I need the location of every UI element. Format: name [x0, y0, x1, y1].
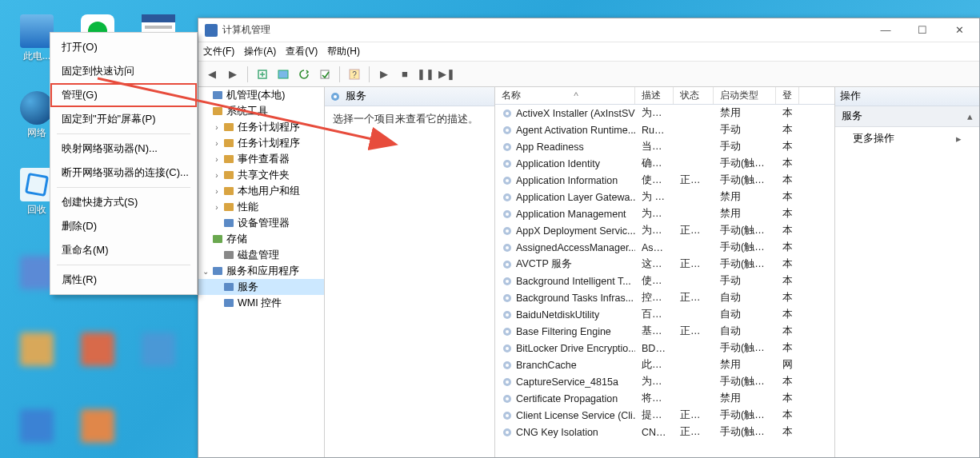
service-desc: 此服 ...: [635, 358, 674, 372]
forward-button[interactable]: ▶: [224, 66, 242, 83]
tree-item[interactable]: ›任务计划程序: [198, 135, 324, 151]
svg-point-54: [506, 380, 509, 384]
up-button[interactable]: [254, 66, 271, 83]
service-row[interactable]: AppX Deployment Servic...为部 ...正在...手动(触…: [495, 222, 834, 239]
service-logon: 网: [776, 358, 792, 372]
service-row[interactable]: App Readiness当用 ...手动本: [495, 138, 834, 155]
service-row[interactable]: AssignedAccessManager...Assi...手动(触发...本: [495, 239, 834, 256]
tree-twisty[interactable]: ›: [211, 155, 222, 164]
app-icon: [205, 24, 218, 37]
col-logon[interactable]: 登: [776, 87, 799, 104]
tree-item[interactable]: ›性能: [198, 199, 324, 215]
menu-pin-start[interactable]: 固定到"开始"屏幕(P): [50, 107, 197, 131]
menu-pin-quick[interactable]: 固定到快速访问: [50, 59, 197, 83]
tree-item[interactable]: 系统工具: [198, 103, 324, 119]
tree-node-icon: [222, 297, 235, 309]
show-hide-button[interactable]: [274, 66, 292, 83]
service-row[interactable]: AVCTP 服务这是 ...正在...手动(触发...本: [495, 256, 834, 273]
services-rows[interactable]: ActiveX Installer (AxInstSV)为从 ...禁用本Age…: [495, 105, 834, 457]
menu-delete[interactable]: 删除(D): [50, 214, 197, 238]
service-desc: 将用 ...: [635, 392, 674, 405]
service-row[interactable]: Background Tasks Infras...控制 ...正在...自动本: [495, 289, 834, 306]
col-start[interactable]: 启动类型: [714, 87, 776, 104]
svg-text:?: ?: [352, 70, 357, 79]
tree-node-icon: [222, 137, 235, 149]
service-row[interactable]: BaiduNetdiskUtility百度 ...自动本: [495, 306, 834, 323]
service-row[interactable]: ActiveX Installer (AxInstSV)为从 ...禁用本: [495, 105, 834, 121]
service-name: App Readiness: [516, 141, 584, 153]
service-row[interactable]: CNG Key IsolationCNG...正在...手动(触发...本: [495, 424, 834, 440]
maximize-button[interactable]: ☐: [904, 18, 941, 42]
minimize-button[interactable]: ―: [867, 18, 904, 42]
service-row[interactable]: Certificate Propagation将用 ...禁用本: [495, 390, 834, 407]
menu-disconnect-drive[interactable]: 断开网络驱动器的连接(C)...: [50, 161, 197, 185]
tree-item[interactable]: WMI 控件: [198, 295, 324, 311]
svg-point-42: [506, 280, 509, 283]
tree-item[interactable]: ›任务计划程序: [198, 119, 324, 135]
service-name: ActiveX Installer (AxInstSV): [516, 108, 635, 119]
menu-manage[interactable]: 管理(G): [50, 83, 197, 107]
restart-button[interactable]: ▶❚: [438, 66, 455, 83]
services-list-pane: 名称^ 描述 状态 启动类型 登 ActiveX Installer (AxIn…: [495, 87, 834, 457]
service-row[interactable]: CaptureService_4815a为调 ...手动(触发...本: [495, 373, 834, 390]
service-row[interactable]: Application Information使用 ...正在...手动(触发.…: [495, 172, 834, 189]
service-logon: 本: [776, 241, 792, 254]
menu-properties[interactable]: 属性(R): [50, 268, 197, 292]
menu-action[interactable]: 操作(A): [244, 45, 276, 58]
help-button[interactable]: ?: [346, 66, 363, 83]
service-row[interactable]: Application Management为通 ...禁用本: [495, 205, 834, 222]
tree-item[interactable]: ⌄服务和应用程序: [198, 263, 324, 279]
service-row[interactable]: Application Identity确定 ...手动(触发...本: [495, 155, 834, 172]
service-row[interactable]: Client License Service (Cli...提供 ...正在..…: [495, 407, 834, 424]
menu-view[interactable]: 查看(V): [286, 45, 318, 58]
desktop-icon-blurred[interactable]: [134, 333, 182, 368]
tree-twisty[interactable]: ›: [211, 187, 222, 196]
menu-file[interactable]: 文件(F): [203, 45, 234, 58]
tree-item[interactable]: ›共享文件夹: [198, 167, 324, 183]
tree-twisty[interactable]: ›: [211, 139, 222, 148]
tree-twisty[interactable]: ›: [211, 123, 222, 132]
pause-button[interactable]: ❚❚: [417, 66, 434, 83]
service-row[interactable]: Application Layer Gatewa...为 In...禁用本: [495, 189, 834, 205]
service-row[interactable]: BranchCache此服 ...禁用网: [495, 356, 834, 373]
tree-twisty[interactable]: ›: [211, 203, 222, 212]
service-row[interactable]: Background Intelligent T...使用 ...手动本: [495, 273, 834, 289]
more-actions[interactable]: 更多操作 ▸: [835, 127, 979, 150]
service-row[interactable]: Base Filtering Engine基本 ...正在...自动本: [495, 323, 834, 340]
play-button[interactable]: ▶: [375, 66, 393, 83]
tree-twisty[interactable]: ›: [211, 171, 222, 180]
close-button[interactable]: ✕: [941, 18, 978, 42]
refresh-button[interactable]: [295, 66, 313, 83]
service-state: 正在...: [674, 257, 714, 271]
menu-rename[interactable]: 重命名(M): [50, 238, 197, 262]
tree-item[interactable]: 机管理(本地): [198, 87, 324, 103]
menu-shortcut[interactable]: 创建快捷方式(S): [50, 190, 197, 214]
tree-item[interactable]: 设备管理器: [198, 215, 324, 231]
actions-section[interactable]: 服务 ▴: [835, 106, 979, 127]
tree-pane[interactable]: 机管理(本地)系统工具›任务计划程序›任务计划程序›事件查看器›共享文件夹›本地…: [198, 87, 325, 457]
tree-item[interactable]: ›事件查看器: [198, 151, 324, 167]
tree-item[interactable]: 磁盘管理: [198, 247, 324, 263]
menu-map-drive[interactable]: 映射网络驱动器(N)...: [50, 137, 197, 161]
tree-item[interactable]: ›本地用户和组: [198, 183, 324, 199]
tree-twisty[interactable]: ⌄: [200, 267, 211, 276]
col-name[interactable]: 名称^: [495, 87, 635, 104]
desktop-icon-blurred[interactable]: [13, 409, 61, 444]
desktop-icon-blurred[interactable]: [13, 333, 61, 368]
tree-item[interactable]: 存储: [198, 231, 324, 247]
service-desc: 提供 ...: [635, 408, 674, 422]
stop-button[interactable]: ■: [396, 66, 414, 83]
menu-open[interactable]: 打开(O): [50, 35, 197, 59]
service-logon: 本: [776, 291, 792, 305]
export-button[interactable]: [316, 66, 334, 83]
service-desc: 百度 ...: [635, 308, 674, 321]
col-state[interactable]: 状态: [674, 87, 714, 104]
tree-item[interactable]: 服务: [198, 279, 324, 295]
desktop-icon-blurred[interactable]: [74, 409, 122, 444]
menu-help[interactable]: 帮助(H): [327, 45, 360, 58]
service-row[interactable]: Agent Activation Runtime...Runt...手动本: [495, 121, 834, 138]
desktop-icon-blurred[interactable]: [74, 333, 122, 368]
back-button[interactable]: ◀: [203, 66, 221, 83]
service-row[interactable]: BitLocker Drive Encryptio...BDE...手动(触发.…: [495, 340, 834, 356]
col-desc[interactable]: 描述: [635, 87, 674, 104]
